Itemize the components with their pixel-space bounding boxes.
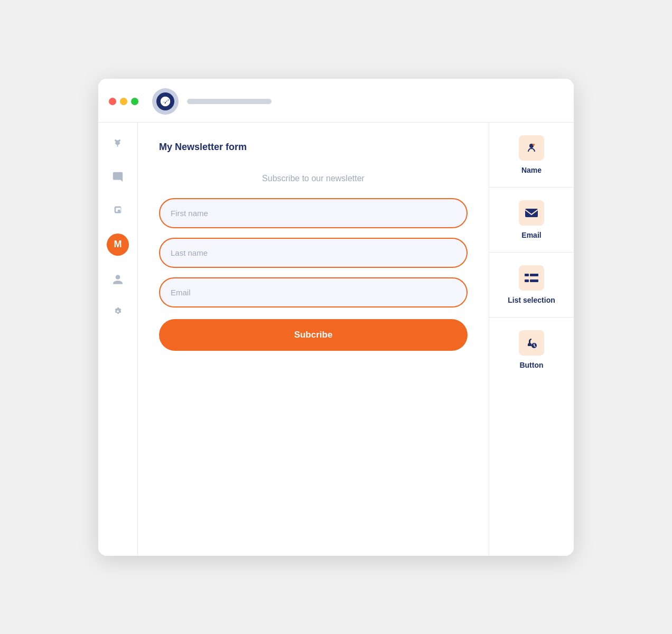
svg-rect-11	[530, 279, 538, 282]
svg-rect-8	[525, 274, 529, 276]
name-icon	[519, 135, 544, 161]
right-sidebar-email-label: Email	[521, 231, 541, 239]
svg-rect-10	[525, 279, 529, 282]
wp-logo-inner: W	[156, 92, 174, 110]
wordpress-logo: W	[152, 88, 179, 115]
right-sidebar-button-label: Button	[519, 361, 543, 369]
right-sidebar-item-email[interactable]: Email	[489, 188, 574, 253]
button-icon	[519, 330, 544, 356]
right-sidebar-name-label: Name	[521, 166, 542, 174]
right-sidebar-item-button[interactable]: Button	[489, 318, 574, 382]
svg-rect-12	[523, 334, 540, 351]
email-icon	[519, 200, 544, 226]
svg-rect-6	[525, 209, 538, 217]
settings-icon[interactable]	[109, 303, 127, 321]
traffic-light-yellow[interactable]	[120, 98, 127, 105]
email-input[interactable]	[159, 277, 468, 307]
m-badge-label: M	[114, 239, 122, 250]
address-bar	[187, 99, 272, 104]
content-area: My Newsletter form Subscribe to our news…	[138, 123, 489, 556]
form-subtitle: Subscribe to our newsletter	[159, 174, 468, 183]
left-sidebar: M	[98, 123, 138, 556]
subscribe-button[interactable]: Subcribe	[159, 319, 468, 351]
pushpin-icon[interactable]	[109, 201, 127, 219]
svg-text:W: W	[163, 98, 169, 104]
newsletter-form: Subscribe to our newsletter Subcribe	[159, 169, 468, 356]
first-name-input[interactable]	[159, 198, 468, 228]
user-icon[interactable]	[109, 271, 127, 288]
pin-icon[interactable]	[109, 135, 127, 153]
m-badge[interactable]: M	[107, 234, 129, 256]
title-bar: W	[98, 79, 574, 123]
right-sidebar-item-name[interactable]: Name	[489, 123, 574, 188]
list-icon	[519, 265, 544, 291]
right-sidebar-list-label: List selection	[508, 296, 555, 304]
last-name-input[interactable]	[159, 238, 468, 268]
svg-rect-9	[530, 274, 538, 276]
traffic-lights	[109, 98, 138, 105]
main-layout: M My Newsletter form Subscribe to our ne…	[98, 123, 574, 556]
right-sidebar-item-list[interactable]: List selection	[489, 253, 574, 318]
form-title: My Newsletter form	[159, 142, 468, 153]
traffic-light-green[interactable]	[131, 98, 138, 105]
right-sidebar: Name Email	[489, 123, 574, 556]
traffic-light-red[interactable]	[109, 98, 116, 105]
comment-icon[interactable]	[109, 168, 127, 186]
browser-window: W M	[98, 79, 574, 556]
svg-rect-7	[522, 270, 540, 286]
